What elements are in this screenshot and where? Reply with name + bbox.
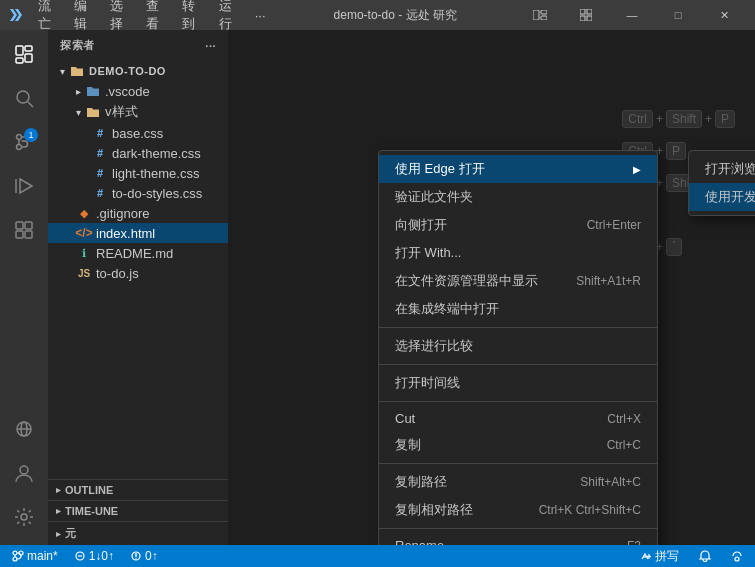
menu-copy-shortcut: Ctrl+C [607, 438, 641, 452]
menu-open-edge[interactable]: 使用 Edge 打开 ▶ [379, 155, 657, 183]
file-todo-js[interactable]: JS to-do.js [48, 263, 228, 283]
menu-rename[interactable]: Rename... F2 [379, 533, 657, 545]
status-remote[interactable] [727, 550, 747, 562]
menu-copy-path[interactable]: 复制路径 Shift+Alt+C [379, 468, 657, 496]
outline-label: OUTLINE [65, 484, 113, 496]
svg-point-25 [20, 466, 28, 474]
svg-rect-0 [533, 10, 539, 20]
submenu: 打开浏览器 使用开发工具打开浏览器 [688, 150, 755, 216]
svg-point-27 [13, 551, 17, 555]
app-icon [8, 7, 24, 23]
svg-rect-2 [541, 16, 547, 20]
divider-1 [379, 327, 657, 328]
meta-header[interactable]: ▸ 元 [48, 522, 228, 545]
svg-point-11 [17, 91, 29, 103]
sync-label: 1↓0↑ [89, 549, 114, 563]
status-branch[interactable]: main* [8, 549, 62, 563]
timeline-header[interactable]: ▸ TIME-UNE [48, 501, 228, 521]
menu-validate-folder[interactable]: 验证此文件夹 [379, 183, 657, 211]
maximize-button[interactable]: □ [655, 0, 701, 30]
menu-open-terminal[interactable]: 在集成终端中打开 [379, 295, 657, 323]
file-index-html[interactable]: </> index.html [48, 223, 228, 243]
window-grid-btn[interactable] [563, 0, 609, 30]
html-icon: </> [76, 225, 92, 241]
menu-open-with-label: 打开 With... [395, 244, 641, 262]
minimize-button[interactable]: — [609, 0, 655, 30]
svg-rect-20 [16, 231, 23, 238]
file-index-html-label: index.html [96, 226, 228, 241]
menu-validate-folder-label: 验证此文件夹 [395, 188, 641, 206]
submenu-open-browser-label: 打开浏览器 [705, 160, 755, 178]
menu-copy-label: 复制 [395, 436, 591, 454]
activity-run[interactable] [4, 166, 44, 206]
close-button[interactable]: ✕ [701, 0, 747, 30]
folder-vscode[interactable]: ▸ .vscode [48, 81, 228, 101]
sidebar-header: 探索者 ··· [48, 30, 228, 61]
window-controls: — □ ✕ [517, 0, 747, 30]
status-bar-left: main* 1↓0↑ 0↑ [8, 549, 162, 563]
file-todo-styles[interactable]: # to-do-styles.css [48, 183, 228, 203]
file-readme[interactable]: ℹ README.md [48, 243, 228, 263]
menu-open-timeline-label: 打开时间线 [395, 374, 641, 392]
menu-copy-rel-path-shortcut: Ctrl+K Ctrl+Shift+C [539, 503, 641, 517]
project-root[interactable]: ▾ DEMO-TO-DO [48, 61, 228, 81]
svg-marker-16 [20, 179, 32, 193]
activity-explorer[interactable] [4, 34, 44, 74]
styles-folder-icon [85, 104, 101, 120]
meta-section: ▸ 元 [48, 521, 228, 545]
menu-open-side[interactable]: 向侧打开 Ctrl+Enter [379, 211, 657, 239]
submenu-open-devtools[interactable]: 使用开发工具打开浏览器 [689, 183, 755, 211]
status-spell[interactable]: 拼写 [636, 548, 683, 565]
menu-show-explorer-label: 在文件资源管理器中显示 [395, 272, 560, 290]
activity-extensions[interactable] [4, 210, 44, 250]
errors-label: 0↑ [145, 549, 158, 563]
menu-open-timeline[interactable]: 打开时间线 [379, 369, 657, 397]
divider-5 [379, 528, 657, 529]
file-gitignore[interactable]: ◆ .gitignore [48, 203, 228, 223]
menu-copy-rel-path[interactable]: 复制相对路径 Ctrl+K Ctrl+Shift+C [379, 496, 657, 524]
status-errors[interactable]: 0↑ [126, 549, 162, 563]
file-light-theme[interactable]: # light-theme.css [48, 163, 228, 183]
menu-show-explorer-shortcut: Shift+A1t+R [576, 274, 641, 288]
project-name: DEMO-TO-DO [89, 65, 228, 77]
divider-3 [379, 401, 657, 402]
menu-copy-path-label: 复制路径 [395, 473, 564, 491]
status-sync[interactable]: 1↓0↑ [70, 549, 118, 563]
menu-copy-path-shortcut: Shift+Alt+C [580, 475, 641, 489]
css-icon3: # [92, 165, 108, 181]
menu-cut-shortcut: Ctrl+X [607, 412, 641, 426]
menu-copy[interactable]: 复制 Ctrl+C [379, 431, 657, 459]
status-bar-right: 拼写 [636, 548, 747, 565]
svg-rect-4 [587, 9, 592, 14]
menu-compare[interactable]: 选择进行比较 [379, 332, 657, 360]
folder-styles-label: v样式 [105, 103, 228, 121]
submenu-open-browser[interactable]: 打开浏览器 [689, 155, 755, 183]
menu-open-with[interactable]: 打开 With... [379, 239, 657, 267]
titlebar: 流亡 编辑 选择 查看 转到 运行 ··· demo-to-do - 远处 研究… [0, 0, 755, 30]
css-icon: # [92, 125, 108, 141]
status-notification[interactable] [695, 550, 715, 562]
spell-label: 拼写 [655, 548, 679, 565]
activity-settings[interactable] [4, 497, 44, 537]
sidebar-more[interactable]: ··· [205, 40, 216, 52]
window-layout-btn[interactable] [517, 0, 563, 30]
svg-rect-3 [580, 9, 585, 14]
submenu-arrow-icon: ▶ [633, 164, 641, 175]
menu-more[interactable]: ··· [247, 6, 274, 25]
svg-rect-10 [16, 58, 23, 63]
outline-header[interactable]: ▸ OUTLINE [48, 480, 228, 500]
menu-show-explorer[interactable]: 在文件资源管理器中显示 Shift+A1t+R [379, 267, 657, 295]
svg-rect-7 [16, 46, 23, 55]
activity-source-control[interactable]: 1 [4, 122, 44, 162]
menu-cut[interactable]: Cut Ctrl+X [379, 406, 657, 431]
file-dark-theme[interactable]: # dark-theme.css [48, 143, 228, 163]
window-title: demo-to-do - 远处 研究 [274, 7, 518, 24]
svg-rect-8 [25, 46, 32, 51]
activity-search[interactable] [4, 78, 44, 118]
md-icon: ℹ [76, 245, 92, 261]
activity-account[interactable] [4, 453, 44, 493]
file-base-css[interactable]: # base.css [48, 123, 228, 143]
branch-label: main* [27, 549, 58, 563]
activity-remote[interactable] [4, 409, 44, 449]
folder-styles[interactable]: ▾ v样式 [48, 101, 228, 123]
